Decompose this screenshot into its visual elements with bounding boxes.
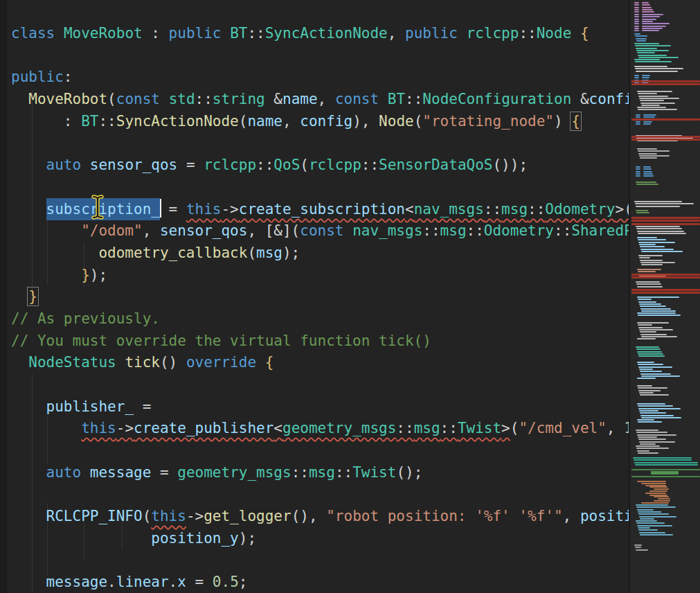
code-token: message <box>46 574 108 590</box>
minimap-line <box>637 385 652 387</box>
code-line[interactable]: : BT::SyncActionNode(name, config), Node… <box>11 111 629 133</box>
code-editor[interactable]: class MoveRobot : public BT::SyncActionN… <box>0 0 629 593</box>
minimap-line <box>637 237 657 238</box>
code-line[interactable]: position_y); <box>11 528 629 550</box>
code-line[interactable] <box>11 440 629 462</box>
code-token: const <box>116 91 160 107</box>
code-line[interactable]: // You must override the virtual functio… <box>11 330 629 353</box>
code-line[interactable]: auto sensor_qos = rclcpp::QoS(rclcpp::Se… <box>11 154 629 177</box>
minimap-line <box>639 329 673 330</box>
code-token: Node <box>537 25 572 42</box>
code-line[interactable]: MoveRobot(const std::string &name, const… <box>11 89 629 111</box>
minimap-line <box>636 281 660 283</box>
code-token: :: <box>247 25 264 42</box>
minimap-line <box>637 419 654 421</box>
code-line[interactable]: "/odom", sensor_qos, [&](const nav_msgs:… <box>11 220 629 242</box>
code-token: config <box>589 91 629 107</box>
minimap-line <box>642 77 649 78</box>
code-line[interactable]: NodeStatus tick() override { <box>11 352 629 374</box>
minimap-line <box>636 520 657 522</box>
code-line[interactable]: auto message = geometry_msgs::msg::Twist… <box>11 462 629 484</box>
code-line[interactable]: this->create_publisher<geometry_msgs::ms… <box>11 418 629 440</box>
minimap-xml-tree-line <box>658 498 670 499</box>
minimap-line <box>641 375 680 377</box>
minimap-line <box>638 255 663 256</box>
code-token: :: <box>291 464 309 481</box>
code-token: linear <box>116 574 169 590</box>
code-token: RCLCPP_INFO <box>46 508 143 524</box>
code-token: & <box>265 91 282 107</box>
code-token: class <box>11 25 55 42</box>
code-token: SyncActionNode <box>265 25 388 42</box>
minimap-line <box>643 175 654 177</box>
minimap-line <box>638 436 657 438</box>
code-token: , <box>282 113 300 130</box>
minimap-line <box>639 441 675 443</box>
minimap-line <box>642 23 670 24</box>
code-token <box>11 398 46 415</box>
minimap-line <box>640 260 663 261</box>
minimap-line <box>636 522 665 524</box>
minimap-line <box>642 7 652 8</box>
minimap-line <box>634 7 639 8</box>
code-line[interactable]: // As previously. <box>11 308 629 330</box>
code-line[interactable]: class MoveRobot : public BT::SyncActionN… <box>11 23 629 45</box>
minimap-line <box>638 150 670 152</box>
code-line[interactable] <box>11 45 629 67</box>
minimap-line <box>640 331 656 333</box>
code-line[interactable]: public: <box>11 67 629 89</box>
minimap-line <box>640 334 667 335</box>
minimap-line <box>637 434 676 436</box>
code-token: config <box>300 113 352 130</box>
code-token: :: <box>484 201 501 218</box>
code-line[interactable]: message.linear.x = 0.5; <box>11 572 629 593</box>
code-line[interactable]: publisher_ = <box>11 396 629 418</box>
code-token: { <box>580 25 589 42</box>
minimap-line <box>636 116 640 118</box>
code-token: rclcpp <box>204 157 256 173</box>
minimap-line <box>636 175 640 177</box>
code-line[interactable]: RCLCPP_INFO(this->get_logger(), "robot p… <box>11 506 629 528</box>
minimap-line <box>642 19 656 20</box>
code-token: nav_msgs <box>352 222 422 239</box>
minimap-line <box>636 40 646 42</box>
code-line[interactable] <box>11 374 629 396</box>
code-line[interactable]: } <box>11 286 629 308</box>
minimap-line <box>634 545 642 546</box>
code-line[interactable] <box>11 484 629 506</box>
code-token: ( <box>300 157 309 173</box>
code-token: public <box>169 25 222 42</box>
minimap-line <box>634 26 639 27</box>
minimap-line <box>636 346 659 348</box>
code-line[interactable]: odometry_callback(msg); <box>11 242 629 265</box>
code-token: this <box>81 420 116 436</box>
code-token <box>11 464 46 481</box>
minimap-line <box>638 239 666 240</box>
minimap-line <box>634 4 639 6</box>
minimap-line <box>641 251 683 252</box>
code-line[interactable] <box>11 550 629 572</box>
minimap-line <box>640 262 675 263</box>
code-line[interactable] <box>11 132 629 154</box>
minimap-line <box>634 43 659 44</box>
minimap[interactable] <box>629 0 700 593</box>
code-token <box>221 25 230 42</box>
minimap-line <box>639 98 679 99</box>
code-token: :: <box>256 157 273 173</box>
code-token: : <box>11 113 81 130</box>
minimap-line <box>637 338 656 339</box>
minimap-line <box>634 201 682 202</box>
minimap-line <box>642 11 654 12</box>
minimap-line <box>636 48 657 49</box>
code-token: override <box>186 354 256 371</box>
code-line[interactable]: }); <box>11 265 629 287</box>
minimap-line <box>637 107 666 108</box>
minimap-error-row <box>631 136 700 138</box>
minimap-xml-tree-line <box>649 490 667 492</box>
code-token: SensorDataQoS <box>379 157 492 173</box>
code-token: Twist <box>352 464 396 481</box>
minimap-line <box>643 171 652 172</box>
minimap-line <box>638 390 661 391</box>
minimap-line <box>641 336 677 337</box>
code-token: NodeConfiguration <box>422 91 571 107</box>
